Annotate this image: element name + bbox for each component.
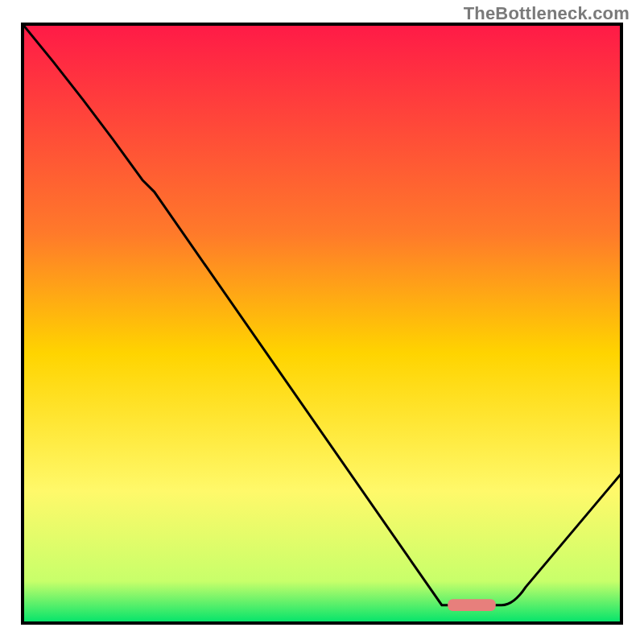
chart-container: { "attribution": "TheBottleneck.com", "c…: [0, 0, 644, 644]
plot-background: [23, 24, 621, 623]
bottleneck-chart: [0, 0, 644, 644]
optimal-marker: [448, 599, 496, 611]
attribution-text: TheBottleneck.com: [464, 3, 630, 24]
